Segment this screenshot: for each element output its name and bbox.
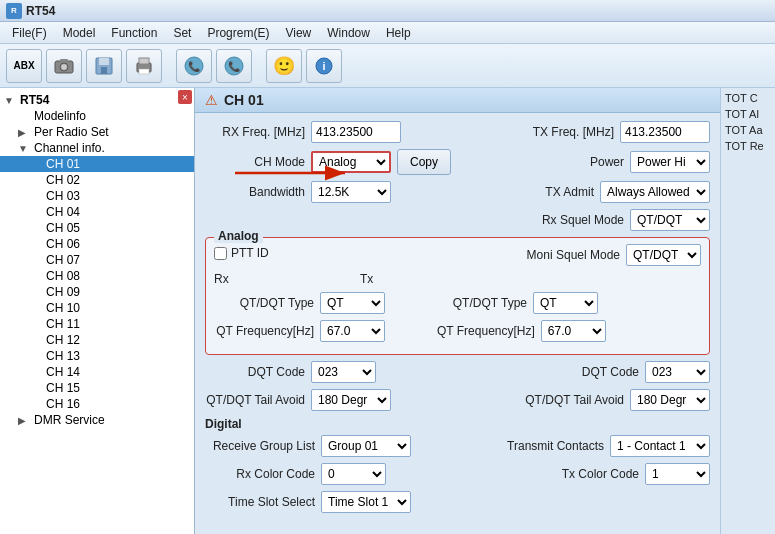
- ptt-moni-row: PTT ID Moni Squel Mode QT/DQT QT: [214, 244, 701, 266]
- moni-squel-label: Moni Squel Mode: [527, 248, 620, 262]
- tx-freq-input[interactable]: [620, 121, 710, 143]
- menu-item-model[interactable]: Model: [55, 24, 104, 42]
- rx-qt-freq-select[interactable]: 67.0 71.9: [320, 320, 385, 342]
- tree-item-2[interactable]: ▶Per Radio Set: [0, 124, 194, 140]
- toolbar-phone2-btn[interactable]: 📞: [216, 49, 252, 83]
- time-slot-select[interactable]: Time Slot 1 Time Slot 2: [321, 491, 411, 513]
- toolbar-info-btn[interactable]: i: [306, 49, 342, 83]
- rx-section-label: Rx: [214, 272, 354, 286]
- tx-tail-avoid-select[interactable]: 180 Degr 120 Degr: [630, 389, 710, 411]
- ch-mode-label: CH Mode: [205, 155, 305, 169]
- tx-dqt-code-select[interactable]: 023: [645, 361, 710, 383]
- tree-label-0: RT54: [20, 93, 49, 107]
- toolbar-abx-btn[interactable]: ABX: [6, 49, 42, 83]
- tx-qt-freq-select[interactable]: 67.0 71.9: [541, 320, 606, 342]
- tx-freq-label: TX Freq. [MHz]: [514, 125, 614, 139]
- tree-label-19: CH 16: [46, 397, 80, 411]
- analog-section-label: Analog: [214, 229, 263, 243]
- tree-item-1[interactable]: Modelinfo: [0, 108, 194, 124]
- channel-header: ⚠ CH 01: [195, 88, 720, 113]
- tree-label-5: CH 02: [46, 173, 80, 187]
- freq-row: RX Freq. [MHz] TX Freq. [MHz]: [205, 121, 710, 143]
- title-bar-text: RT54: [26, 4, 55, 18]
- rx-color-code-select[interactable]: 0 1: [321, 463, 386, 485]
- tree-item-9[interactable]: CH 06: [0, 236, 194, 252]
- receive-group-select[interactable]: Group 01: [321, 435, 411, 457]
- toolbar-print-btn[interactable]: [126, 49, 162, 83]
- menu-item-progreme[interactable]: Progrem(E): [199, 24, 277, 42]
- toolbar-save-btn[interactable]: [86, 49, 122, 83]
- time-slot-row: Time Slot Select Time Slot 1 Time Slot 2: [205, 491, 710, 513]
- rx-qt-freq-label: QT Frequency[Hz]: [214, 324, 314, 338]
- tree-item-8[interactable]: CH 05: [0, 220, 194, 236]
- moni-squel-select[interactable]: QT/DQT QT: [626, 244, 701, 266]
- tree-label-7: CH 04: [46, 205, 80, 219]
- tree-item-7[interactable]: CH 04: [0, 204, 194, 220]
- app-icon: R: [6, 3, 22, 19]
- tree-item-12[interactable]: CH 09: [0, 284, 194, 300]
- analog-section: Analog PTT ID Moni Squel Mode QT/DQT QT: [205, 237, 710, 355]
- menu-item-view[interactable]: View: [277, 24, 319, 42]
- toolbar-phone1-btn[interactable]: 📞: [176, 49, 212, 83]
- rx-tail-avoid-select[interactable]: 180 Degr 120 Degr: [311, 389, 391, 411]
- tree-item-15[interactable]: CH 12: [0, 332, 194, 348]
- rx-squel-label: Rx Squel Mode: [542, 213, 624, 227]
- tree-item-6[interactable]: CH 03: [0, 188, 194, 204]
- rx-qt-dqt-type-label: QT/DQT Type: [214, 296, 314, 310]
- tree-label-3: Channel info.: [34, 141, 105, 155]
- tx-color-code-select[interactable]: 1 0: [645, 463, 710, 485]
- menu-item-function[interactable]: Function: [103, 24, 165, 42]
- bandwidth-select[interactable]: 12.5K 25K: [311, 181, 391, 203]
- toolbar-camera-btn[interactable]: [46, 49, 82, 83]
- toolbar-face-btn[interactable]: 🙂: [266, 49, 302, 83]
- menu-item-filef[interactable]: File(F): [4, 24, 55, 42]
- tx-qt-dqt-type-select[interactable]: QT DQT: [533, 292, 598, 314]
- dqt-code-row: DQT Code 023 DQT Code 023: [205, 361, 710, 383]
- menu-item-help[interactable]: Help: [378, 24, 419, 42]
- group-contacts-row: Receive Group List Group 01 Transmit Con…: [205, 435, 710, 457]
- sidebar-close-btn[interactable]: ×: [178, 90, 192, 104]
- svg-rect-8: [139, 58, 149, 64]
- sidebar: × ▼RT54Modelinfo▶Per Radio Set▼Channel i…: [0, 88, 195, 534]
- menu-item-window[interactable]: Window: [319, 24, 378, 42]
- tree-item-11[interactable]: CH 08: [0, 268, 194, 284]
- tree-item-13[interactable]: CH 10: [0, 300, 194, 316]
- svg-point-2: [62, 64, 67, 69]
- tree-label-6: CH 03: [46, 189, 80, 203]
- svg-rect-3: [60, 59, 68, 62]
- transmit-contacts-select[interactable]: 1 - Contact 1: [610, 435, 710, 457]
- tree-label-4: CH 01: [46, 157, 80, 171]
- rx-qt-dqt-type-select[interactable]: QT DQT: [320, 292, 385, 314]
- ptt-id-checkbox[interactable]: [214, 247, 227, 260]
- rx-dqt-code-select[interactable]: 023: [311, 361, 376, 383]
- tree-label-8: CH 05: [46, 221, 80, 235]
- tx-admit-select[interactable]: Always Allowed Channel Free: [600, 181, 710, 203]
- ch-mode-select[interactable]: Analog Digital: [311, 151, 391, 173]
- copy-button[interactable]: Copy: [397, 149, 451, 175]
- svg-text:i: i: [322, 60, 325, 72]
- expand-icon-3: ▼: [18, 143, 32, 154]
- tree-item-18[interactable]: CH 15: [0, 380, 194, 396]
- tree-item-3[interactable]: ▼Channel info.: [0, 140, 194, 156]
- rx-freq-input[interactable]: [311, 121, 401, 143]
- tree-item-17[interactable]: CH 14: [0, 364, 194, 380]
- tree-item-20[interactable]: ▶DMR Service: [0, 412, 194, 428]
- tree-label-2: Per Radio Set: [34, 125, 109, 139]
- time-slot-label: Time Slot Select: [205, 495, 315, 509]
- tree-item-10[interactable]: CH 07: [0, 252, 194, 268]
- expand-icon-20: ▶: [18, 415, 32, 426]
- main-area: × ▼RT54Modelinfo▶Per Radio Set▼Channel i…: [0, 88, 775, 534]
- rx-squel-select[interactable]: QT/DQT QT DQT: [630, 209, 710, 231]
- tree-item-4[interactable]: CH 01: [0, 156, 194, 172]
- tree-item-14[interactable]: CH 11: [0, 316, 194, 332]
- tx-qt-dqt-type-label: QT/DQT Type: [437, 296, 527, 310]
- tree-item-16[interactable]: CH 13: [0, 348, 194, 364]
- tree-item-5[interactable]: CH 02: [0, 172, 194, 188]
- tree-label-11: CH 08: [46, 269, 80, 283]
- tree-item-19[interactable]: CH 16: [0, 396, 194, 412]
- power-select[interactable]: Power Hi Power Lo: [630, 151, 710, 173]
- menu-item-set[interactable]: Set: [165, 24, 199, 42]
- tree-label-20: DMR Service: [34, 413, 105, 427]
- tree-item-0[interactable]: ▼RT54: [0, 92, 194, 108]
- right-panel-item-1: TOT Al: [725, 108, 771, 120]
